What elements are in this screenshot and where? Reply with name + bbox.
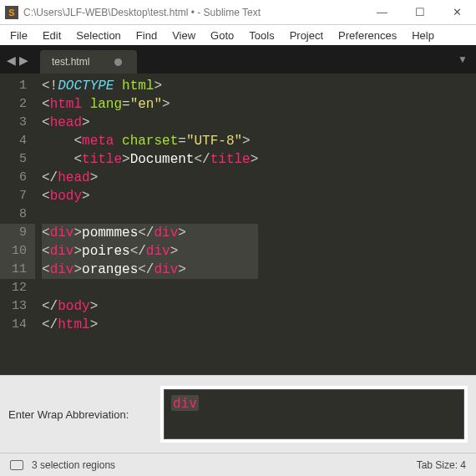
dirty-indicator-icon [114,58,122,66]
code-line[interactable] [42,205,258,224]
menu-item-project[interactable]: Project [283,28,330,43]
menu-item-edit[interactable]: Edit [36,28,68,43]
line-number-gutter: 1234567891011121314 [0,73,35,375]
line-number: 13 [12,297,27,316]
line-number: 1 [12,77,27,95]
line-number: 5 [12,150,27,169]
menu-item-find[interactable]: Find [129,28,164,43]
code-line[interactable]: <meta charset="UTF-8"> [42,132,258,150]
code-line[interactable]: </html> [42,316,258,334]
tab-file[interactable]: test.html [40,50,137,73]
line-number: 8 [12,205,27,224]
code-line[interactable] [42,279,258,297]
wrap-abbreviation-input[interactable]: div [164,389,464,439]
tab-label: test.html [52,56,89,68]
code-line[interactable]: <head> [42,114,258,132]
code-editor[interactable]: 1234567891011121314 <!DOCTYPE html><html… [0,73,476,375]
line-number: 4 [12,132,27,150]
code-line[interactable]: <div>pommmes</div> [42,224,258,242]
tab-dropdown-icon[interactable]: ▼ [458,53,468,65]
wrap-input-container: div [160,386,468,443]
maximize-button[interactable]: ☐ [401,0,438,24]
panel-switcher-icon[interactable] [10,460,23,470]
window-controls: — ☐ ✕ [363,0,476,24]
wrap-abbreviation-panel: Enter Wrap Abbreviation: div [0,375,476,453]
window-titlebar: S C:\Users\JLF-WEB\Desktop\test.html • -… [0,0,476,25]
code-line[interactable]: </body> [42,297,258,316]
menu-item-preferences[interactable]: Preferences [332,28,403,43]
line-number: 14 [12,316,27,334]
code-line[interactable]: </head> [42,169,258,187]
line-number: 6 [12,169,27,187]
code-line[interactable]: <html lang="en"> [42,95,258,114]
code-line[interactable]: <div>poires</div> [42,242,258,261]
line-number: 11 [0,261,35,279]
tab-bar: ◀ ▶ test.html ▼ [0,45,476,73]
status-tab-size[interactable]: Tab Size: 4 [417,459,466,471]
menu-item-view[interactable]: View [165,28,202,43]
status-selection-info[interactable]: 3 selection regions [32,459,115,471]
line-number: 9 [0,224,35,242]
line-number: 3 [12,114,27,132]
line-number: 2 [12,95,27,114]
code-line[interactable]: <title>Document</title> [42,150,258,169]
close-button[interactable]: ✕ [438,0,476,24]
menu-item-help[interactable]: Help [405,28,441,43]
tab-nav-back-icon[interactable]: ◀ [7,53,16,67]
menu-bar: FileEditSelectionFindViewGotoToolsProjec… [0,25,476,45]
window-title: C:\Users\JLF-WEB\Desktop\test.html • - S… [23,7,261,18]
code-line[interactable]: <body> [42,187,258,205]
menu-item-goto[interactable]: Goto [204,28,241,43]
app-icon: S [5,6,18,19]
menu-item-selection[interactable]: Selection [69,28,127,43]
status-bar: 3 selection regions Tab Size: 4 [0,453,476,476]
code-line[interactable]: <!DOCTYPE html> [42,77,258,95]
minimize-button[interactable]: — [363,0,401,24]
line-number: 10 [0,242,35,261]
tab-nav-forward-icon[interactable]: ▶ [19,53,28,67]
line-number: 12 [12,279,27,297]
menu-item-tools[interactable]: Tools [242,28,281,43]
line-number: 7 [12,187,27,205]
code-area[interactable]: <!DOCTYPE html><html lang="en"><head> <m… [35,73,258,375]
code-line[interactable]: <div>oranges</div> [42,261,258,279]
wrap-prompt-label: Enter Wrap Abbreviation: [8,408,150,421]
menu-item-file[interactable]: File [3,28,34,43]
